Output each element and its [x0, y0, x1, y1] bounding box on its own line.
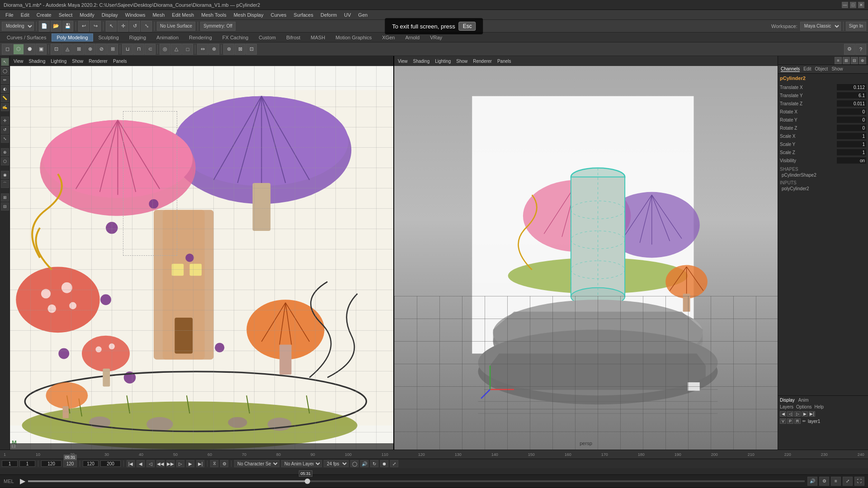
layer-p-btn[interactable]: P: [787, 418, 793, 424]
cb-tab-edit[interactable]: Edit: [803, 66, 811, 72]
tab-xgen[interactable]: XGen: [377, 33, 400, 42]
tab-animation[interactable]: Animation: [151, 33, 184, 42]
frame-input-mid[interactable]: [41, 460, 61, 467]
menu-file[interactable]: File: [2, 11, 17, 19]
range-end-input[interactable]: [100, 460, 121, 467]
left-vp-renderer[interactable]: Renderer: [87, 58, 109, 64]
fps-dropdown[interactable]: 24 fps: [324, 460, 349, 467]
cb-value-tx[interactable]: [837, 84, 866, 90]
cb-value-tz[interactable]: [837, 100, 866, 107]
tool-sculpt[interactable]: ◐: [1, 85, 9, 93]
left-vp-shading[interactable]: Shading: [27, 58, 47, 64]
playback-slider[interactable]: 05:31: [28, 480, 805, 482]
prev-key-btn[interactable]: ◁: [146, 460, 155, 467]
prev-frame-btn[interactable]: ◀: [137, 460, 145, 467]
tab-rigging[interactable]: Rigging: [124, 33, 151, 42]
select-mode-btn[interactable]: ◻: [2, 44, 13, 55]
tab-rendering[interactable]: Rendering: [184, 33, 217, 42]
timeline-ruler[interactable]: 1 10 20 30 40 50 60 70 80 90 100 110 120…: [0, 450, 868, 459]
tb-undo[interactable]: ↩: [78, 21, 89, 32]
right-vp-shading[interactable]: Shading: [411, 58, 432, 64]
cb-value-sy[interactable]: [837, 141, 866, 147]
menu-gen[interactable]: Gen: [354, 11, 371, 19]
sign-in-btn[interactable]: Sign In: [846, 22, 866, 31]
layer-r-btn[interactable]: R: [794, 418, 801, 424]
tool-bend[interactable]: ⌒: [1, 180, 9, 188]
layer-tab-display[interactable]: Display: [780, 398, 795, 403]
settings-btn[interactable]: ⚙: [844, 44, 855, 55]
layer-prev-btn[interactable]: ◀: [780, 411, 786, 417]
menu-windows[interactable]: Windows: [122, 11, 149, 19]
anim-options-btn[interactable]: ⚙: [220, 460, 228, 467]
tab-arnold[interactable]: Arnold: [400, 33, 425, 42]
cb-value-ty[interactable]: [837, 92, 866, 99]
tool-lasso[interactable]: ◯: [1, 67, 9, 75]
triangulate-btn[interactable]: △: [171, 44, 182, 55]
cb-value-sz[interactable]: [837, 149, 866, 155]
left-vp-show[interactable]: Show: [70, 58, 85, 64]
tool-rotate[interactable]: ↺: [1, 126, 9, 134]
no-live-surface-btn[interactable]: No Live Surface: [157, 22, 195, 31]
merge-btn[interactable]: ⊕: [85, 44, 95, 55]
right-vp-show[interactable]: Show: [454, 58, 469, 64]
playback-thumb[interactable]: 05:31: [305, 479, 310, 484]
menu-edit-mesh[interactable]: Edit Mesh: [168, 11, 198, 19]
cb-tab-object[interactable]: Object: [815, 66, 828, 72]
menu-select[interactable]: Select: [55, 11, 76, 19]
play-back-btn[interactable]: ◀◀: [156, 460, 165, 467]
play-fwd-btn[interactable]: ▶▶: [166, 460, 175, 467]
tool-snap[interactable]: ⊕: [1, 148, 9, 156]
tb-move[interactable]: ✛: [118, 21, 128, 32]
left-viewport-canvas[interactable]: [10, 66, 393, 450]
minimize-button[interactable]: —: [842, 2, 848, 8]
layer-sub-layers[interactable]: Layers: [780, 404, 793, 409]
cb-value-sx[interactable]: [837, 133, 866, 139]
left-vp-view[interactable]: View: [12, 58, 25, 64]
menu-surfaces[interactable]: Surfaces: [290, 11, 317, 19]
layer-sub-options[interactable]: Options: [796, 404, 811, 409]
help-btn[interactable]: ?: [855, 44, 866, 55]
layer-step-back-btn[interactable]: ◁: [787, 411, 793, 417]
volume-btn[interactable]: 🔊: [807, 477, 817, 486]
tab-vray[interactable]: VRay: [425, 33, 447, 42]
layer-name[interactable]: layer1: [808, 419, 820, 424]
cb-tab-channels[interactable]: Channels: [781, 66, 800, 72]
right-viewport-canvas[interactable]: persp: [394, 66, 778, 450]
vertex-snap-btn[interactable]: ⊛: [223, 44, 234, 55]
tab-bifrost[interactable]: Bifrost: [281, 33, 305, 42]
tab-fx-caching[interactable]: FX Caching: [217, 33, 253, 42]
cb-inputs-value[interactable]: polyCylinder2: [782, 186, 866, 191]
edge-mode-btn[interactable]: ⬣: [24, 44, 35, 55]
tool-annotate[interactable]: ✍: [1, 103, 9, 111]
expand-btn[interactable]: ⤢: [390, 460, 398, 467]
viewport-right[interactable]: View Shading Lighting Show Renderer Pane…: [394, 56, 778, 450]
tool-paint[interactable]: ✏: [1, 76, 9, 84]
bridge-btn[interactable]: ⊞: [73, 44, 84, 55]
cb-value-rz[interactable]: [837, 125, 866, 131]
left-vp-panels[interactable]: Panels: [111, 58, 129, 64]
fullscreen-pb-btn[interactable]: ⛶: [854, 477, 864, 486]
menu-deform[interactable]: Deform: [317, 11, 340, 19]
menu-mesh-tools[interactable]: Mesh Tools: [198, 11, 230, 19]
mirror-btn[interactable]: ⇔: [197, 44, 208, 55]
split-btn[interactable]: ⊘: [96, 44, 107, 55]
right-vp-view[interactable]: View: [396, 58, 410, 64]
record-btn[interactable]: ⏺: [380, 460, 388, 467]
layer-last-btn[interactable]: ▶|: [809, 411, 815, 417]
anim-layer-dropdown[interactable]: No Anim Layer: [281, 460, 322, 467]
modeling-dropdown[interactable]: Modeling: [2, 22, 34, 31]
layer-next-btn[interactable]: ▶: [802, 411, 808, 417]
playback-end-input[interactable]: [83, 460, 99, 467]
tool-grid2[interactable]: ⊟: [1, 202, 9, 211]
tb-rotate[interactable]: ↺: [129, 21, 140, 32]
right-vp-lighting[interactable]: Lighting: [433, 58, 453, 64]
cb-icon3[interactable]: ⊟: [851, 57, 858, 64]
separate-btn[interactable]: ⊓: [133, 44, 144, 55]
layer-step-fwd-btn[interactable]: ▷: [794, 411, 801, 417]
menu-edit[interactable]: Edit: [17, 11, 33, 19]
tool-deform[interactable]: ⬡: [1, 157, 9, 165]
cb-tab-show[interactable]: Show: [831, 66, 843, 72]
anim-prefs-btn[interactable]: ◯: [350, 460, 359, 467]
tb-new[interactable]: 📄: [39, 21, 50, 32]
tb-open[interactable]: 📂: [51, 21, 61, 32]
